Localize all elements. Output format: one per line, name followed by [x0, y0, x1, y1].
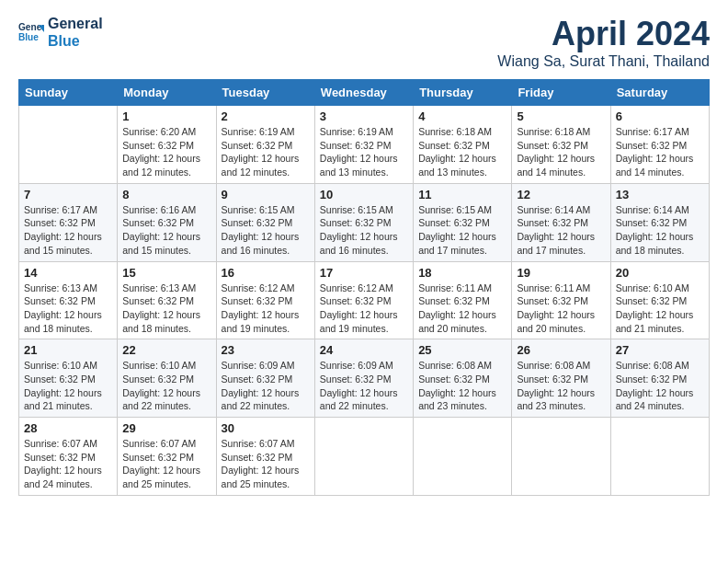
- day-detail: Sunrise: 6:17 AMSunset: 6:32 PMDaylight:…: [616, 125, 704, 179]
- day-number: 13: [616, 188, 704, 201]
- day-number: 5: [517, 109, 605, 123]
- calendar-cell: 23Sunrise: 6:09 AMSunset: 6:32 PMDayligh…: [216, 339, 314, 418]
- weekday-header-thursday: Thursday: [414, 80, 512, 106]
- day-detail: Sunrise: 6:15 AMSunset: 6:32 PMDaylight:…: [320, 203, 408, 258]
- logo-general: General: [48, 15, 103, 32]
- day-detail: Sunrise: 6:18 AMSunset: 6:32 PMDaylight:…: [418, 125, 506, 179]
- calendar-cell: 28Sunrise: 6:07 AMSunset: 6:32 PMDayligh…: [19, 418, 118, 496]
- day-number: 7: [24, 188, 112, 201]
- calendar-cell: 5Sunrise: 6:18 AMSunset: 6:32 PMDaylight…: [512, 106, 610, 184]
- calendar-cell: 27Sunrise: 6:08 AMSunset: 6:32 PMDayligh…: [610, 339, 709, 418]
- day-number: 18: [418, 266, 506, 280]
- calendar-cell: 19Sunrise: 6:11 AMSunset: 6:32 PMDayligh…: [512, 261, 610, 339]
- day-detail: Sunrise: 6:15 AMSunset: 6:32 PMDaylight:…: [418, 203, 506, 258]
- logo: General Blue General Blue: [18, 15, 103, 50]
- day-number: 4: [418, 109, 506, 123]
- day-detail: Sunrise: 6:07 AMSunset: 6:32 PMDaylight:…: [122, 437, 210, 491]
- calendar-cell: 3Sunrise: 6:19 AMSunset: 6:32 PMDaylight…: [314, 106, 413, 184]
- week-row-5: 28Sunrise: 6:07 AMSunset: 6:32 PMDayligh…: [19, 418, 710, 496]
- calendar-cell: 7Sunrise: 6:17 AMSunset: 6:32 PMDaylight…: [19, 183, 118, 261]
- svg-text:General: General: [18, 23, 44, 33]
- logo-blue: Blue: [48, 32, 103, 50]
- day-number: 12: [517, 188, 605, 201]
- day-detail: Sunrise: 6:10 AMSunset: 6:32 PMDaylight:…: [616, 282, 704, 336]
- day-number: 30: [222, 421, 310, 435]
- week-row-4: 21Sunrise: 6:10 AMSunset: 6:32 PMDayligh…: [19, 339, 710, 418]
- page-header: General Blue General Blue April 2024 Wia…: [18, 15, 710, 70]
- day-detail: Sunrise: 6:17 AMSunset: 6:32 PMDaylight:…: [24, 203, 112, 258]
- weekday-header-tuesday: Tuesday: [216, 80, 314, 106]
- calendar-cell: [610, 418, 709, 496]
- day-number: 22: [122, 343, 210, 357]
- day-detail: Sunrise: 6:10 AMSunset: 6:32 PMDaylight:…: [122, 359, 210, 413]
- day-detail: Sunrise: 6:09 AMSunset: 6:32 PMDaylight:…: [320, 359, 408, 413]
- day-detail: Sunrise: 6:19 AMSunset: 6:32 PMDaylight:…: [222, 125, 310, 179]
- calendar-cell: 21Sunrise: 6:10 AMSunset: 6:32 PMDayligh…: [19, 339, 118, 418]
- calendar-cell: 12Sunrise: 6:14 AMSunset: 6:32 PMDayligh…: [512, 183, 610, 261]
- logo-icon: General Blue: [18, 19, 44, 45]
- day-detail: Sunrise: 6:12 AMSunset: 6:32 PMDaylight:…: [222, 282, 310, 336]
- calendar-cell: [414, 418, 512, 496]
- calendar-cell: 29Sunrise: 6:07 AMSunset: 6:32 PMDayligh…: [118, 418, 216, 496]
- location-title: Wiang Sa, Surat Thani, Thailand: [497, 53, 710, 70]
- day-number: 17: [320, 266, 408, 280]
- calendar-cell: 24Sunrise: 6:09 AMSunset: 6:32 PMDayligh…: [314, 339, 413, 418]
- day-number: 25: [418, 343, 506, 357]
- weekday-header-row: SundayMondayTuesdayWednesdayThursdayFrid…: [19, 80, 710, 106]
- day-number: 19: [517, 266, 605, 280]
- calendar-cell: 8Sunrise: 6:16 AMSunset: 6:32 PMDaylight…: [118, 183, 216, 261]
- calendar-cell: 11Sunrise: 6:15 AMSunset: 6:32 PMDayligh…: [414, 183, 512, 261]
- calendar-cell: 25Sunrise: 6:08 AMSunset: 6:32 PMDayligh…: [414, 339, 512, 418]
- calendar-cell: 14Sunrise: 6:13 AMSunset: 6:32 PMDayligh…: [19, 261, 118, 339]
- calendar-cell: 2Sunrise: 6:19 AMSunset: 6:32 PMDaylight…: [216, 106, 314, 184]
- day-detail: Sunrise: 6:11 AMSunset: 6:32 PMDaylight:…: [517, 282, 605, 336]
- calendar-cell: 30Sunrise: 6:07 AMSunset: 6:32 PMDayligh…: [216, 418, 314, 496]
- calendar-cell: 20Sunrise: 6:10 AMSunset: 6:32 PMDayligh…: [610, 261, 709, 339]
- weekday-header-monday: Monday: [118, 80, 216, 106]
- svg-text:Blue: Blue: [18, 33, 39, 43]
- day-number: 20: [616, 266, 704, 280]
- weekday-header-saturday: Saturday: [610, 80, 709, 106]
- day-number: 15: [122, 266, 210, 280]
- day-detail: Sunrise: 6:13 AMSunset: 6:32 PMDaylight:…: [24, 282, 112, 336]
- day-number: 2: [222, 109, 310, 123]
- day-number: 26: [517, 343, 605, 357]
- calendar-cell: [512, 418, 610, 496]
- day-number: 23: [222, 343, 310, 357]
- calendar-cell: 17Sunrise: 6:12 AMSunset: 6:32 PMDayligh…: [314, 261, 413, 339]
- calendar-cell: 13Sunrise: 6:14 AMSunset: 6:32 PMDayligh…: [610, 183, 709, 261]
- calendar-cell: [314, 418, 413, 496]
- day-detail: Sunrise: 6:13 AMSunset: 6:32 PMDaylight:…: [122, 282, 210, 336]
- day-detail: Sunrise: 6:08 AMSunset: 6:32 PMDaylight:…: [517, 359, 605, 413]
- calendar-cell: 1Sunrise: 6:20 AMSunset: 6:32 PMDaylight…: [118, 106, 216, 184]
- day-number: 28: [24, 421, 112, 435]
- weekday-header-friday: Friday: [512, 80, 610, 106]
- day-number: 11: [418, 188, 506, 201]
- calendar-cell: 26Sunrise: 6:08 AMSunset: 6:32 PMDayligh…: [512, 339, 610, 418]
- calendar-cell: 4Sunrise: 6:18 AMSunset: 6:32 PMDaylight…: [414, 106, 512, 184]
- day-detail: Sunrise: 6:09 AMSunset: 6:32 PMDaylight:…: [222, 359, 310, 413]
- day-detail: Sunrise: 6:07 AMSunset: 6:32 PMDaylight:…: [222, 437, 310, 491]
- title-block: April 2024 Wiang Sa, Surat Thani, Thaila…: [497, 15, 710, 70]
- day-number: 29: [122, 421, 210, 435]
- day-detail: Sunrise: 6:18 AMSunset: 6:32 PMDaylight:…: [517, 125, 605, 179]
- day-detail: Sunrise: 6:14 AMSunset: 6:32 PMDaylight:…: [517, 203, 605, 258]
- day-detail: Sunrise: 6:08 AMSunset: 6:32 PMDaylight:…: [418, 359, 506, 413]
- weekday-header-sunday: Sunday: [19, 80, 118, 106]
- day-detail: Sunrise: 6:11 AMSunset: 6:32 PMDaylight:…: [418, 282, 506, 336]
- day-detail: Sunrise: 6:07 AMSunset: 6:32 PMDaylight:…: [24, 437, 112, 491]
- calendar-cell: 9Sunrise: 6:15 AMSunset: 6:32 PMDaylight…: [216, 183, 314, 261]
- day-number: 3: [320, 109, 408, 123]
- day-detail: Sunrise: 6:19 AMSunset: 6:32 PMDaylight:…: [320, 125, 408, 179]
- day-detail: Sunrise: 6:15 AMSunset: 6:32 PMDaylight:…: [222, 203, 310, 258]
- day-detail: Sunrise: 6:12 AMSunset: 6:32 PMDaylight:…: [320, 282, 408, 336]
- calendar-table: SundayMondayTuesdayWednesdayThursdayFrid…: [18, 79, 710, 496]
- weekday-header-wednesday: Wednesday: [314, 80, 413, 106]
- day-number: 27: [616, 343, 704, 357]
- day-number: 8: [122, 188, 210, 201]
- calendar-cell: 18Sunrise: 6:11 AMSunset: 6:32 PMDayligh…: [414, 261, 512, 339]
- week-row-3: 14Sunrise: 6:13 AMSunset: 6:32 PMDayligh…: [19, 261, 710, 339]
- day-detail: Sunrise: 6:10 AMSunset: 6:32 PMDaylight:…: [24, 359, 112, 413]
- calendar-cell: 6Sunrise: 6:17 AMSunset: 6:32 PMDaylight…: [610, 106, 709, 184]
- day-number: 16: [222, 266, 310, 280]
